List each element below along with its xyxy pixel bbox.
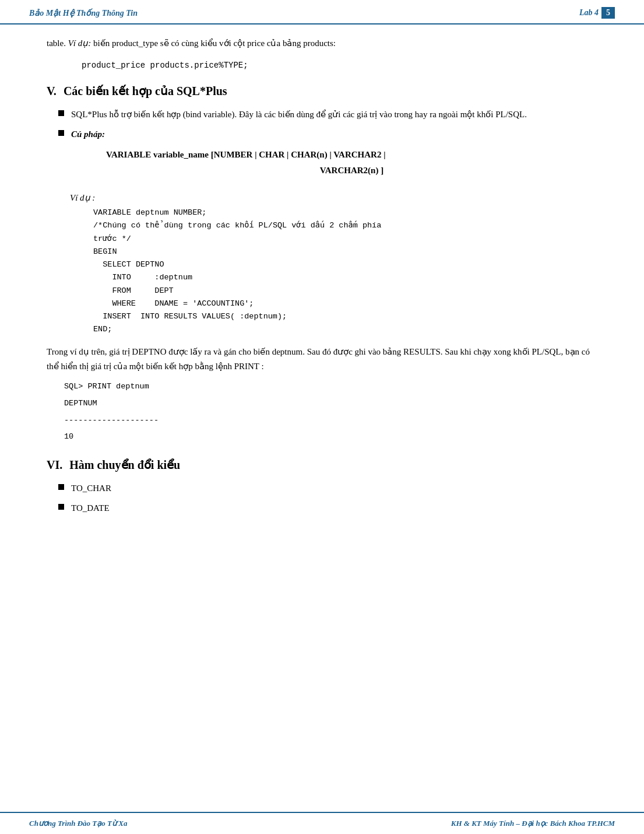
header-right: Lab 4 5 — [579, 7, 615, 19]
section6-bullet1: TO_CHAR — [47, 481, 597, 495]
section6-bullet2-text: TO_DATE — [71, 501, 597, 515]
page-footer: Chương Trình Đào Tạo Từ Xa KH & KT Máy T… — [0, 812, 644, 834]
section5-bullet2: Cú pháp: VARIABLE variable_name [NUMBER … — [47, 127, 597, 184]
bullet-icon-1 — [58, 110, 64, 116]
intro-text1: table. — [47, 38, 68, 48]
output-line1: SQL> PRINT deptnum — [64, 380, 597, 394]
footer-right: KH & KT Máy Tính – Đại học Bách Khoa TP.… — [451, 819, 615, 828]
vidu-text: Ví dụ : — [70, 193, 95, 202]
intro-paragraph: table. Ví dụ: biến product_type sẽ có cù… — [47, 36, 597, 50]
bullet-icon-4 — [58, 504, 64, 510]
header-lab: Lab 4 — [579, 8, 599, 17]
footer-left: Chương Trình Đào Tạo Từ Xa — [29, 819, 127, 828]
page: Bảo Mật Hệ Thống Thông Tin Lab 4 5 table… — [0, 0, 644, 834]
header-title: Bảo Mật Hệ Thống Thông Tin — [29, 8, 138, 18]
section6-bullets: TO_CHAR TO_DATE — [47, 481, 597, 515]
syntax-line2: VARCHAR2(n) ] — [106, 163, 597, 178]
syntax-block: VARIABLE variable_name [NUMBER | CHAR | … — [106, 147, 597, 178]
page-header: Bảo Mật Hệ Thống Thông Tin Lab 4 5 — [0, 0, 644, 24]
output-line2: DEPTNUM — [64, 397, 597, 411]
section5-bullet1-text: SQL*Plus hỗ trợ biến kết hợp (bind varia… — [71, 107, 597, 121]
syntax-line1: VARIABLE variable_name [NUMBER | CHAR | … — [106, 147, 597, 163]
header-page-number: 5 — [601, 7, 615, 19]
section6-title: Hàm chuyển đổi kiểu — [69, 458, 180, 472]
section5-heading: V. Các biến kết hợp của SQL*Plus — [47, 84, 597, 98]
bullet-icon-3 — [58, 484, 64, 490]
output-line4: 10 — [64, 430, 597, 444]
section5-desc: Trong ví dụ trên, giá trị DEPTNO được lấ… — [47, 345, 597, 374]
section5-bullet2-content: Cú pháp: VARIABLE variable_name [NUMBER … — [71, 127, 597, 184]
output-line3: -------------------- — [64, 414, 597, 427]
bullet-icon-2 — [58, 130, 64, 136]
section6-bullet1-text: TO_CHAR — [71, 481, 597, 495]
intro-text2: biến product_type sẽ có cùng kiểu với cộ… — [91, 38, 336, 48]
section5-bullets: SQL*Plus hỗ trợ biến kết hợp (bind varia… — [47, 107, 597, 184]
section6-heading: VI. Hàm chuyển đổi kiểu — [47, 458, 597, 472]
section5-title: Các biến kết hợp của SQL*Plus — [64, 84, 227, 98]
section6-bullet2: TO_DATE — [47, 501, 597, 515]
section6-roman: VI. — [47, 458, 62, 472]
section5-roman: V. — [47, 85, 57, 98]
section5-code: VARIABLE deptnum NUMBER; /*Chúng có thể … — [93, 206, 597, 337]
section5-bullet1: SQL*Plus hỗ trợ biến kết hợp (bind varia… — [47, 107, 597, 121]
intro-vidu: Ví dụ: — [68, 38, 92, 48]
vidu-label: Ví dụ : — [70, 192, 597, 203]
cupháp-label: Cú pháp: — [71, 129, 105, 139]
intro-code: product_price products.price%TYPE; — [82, 61, 597, 70]
page-content: table. Ví dụ: biến product_type sẽ có cù… — [0, 24, 644, 812]
